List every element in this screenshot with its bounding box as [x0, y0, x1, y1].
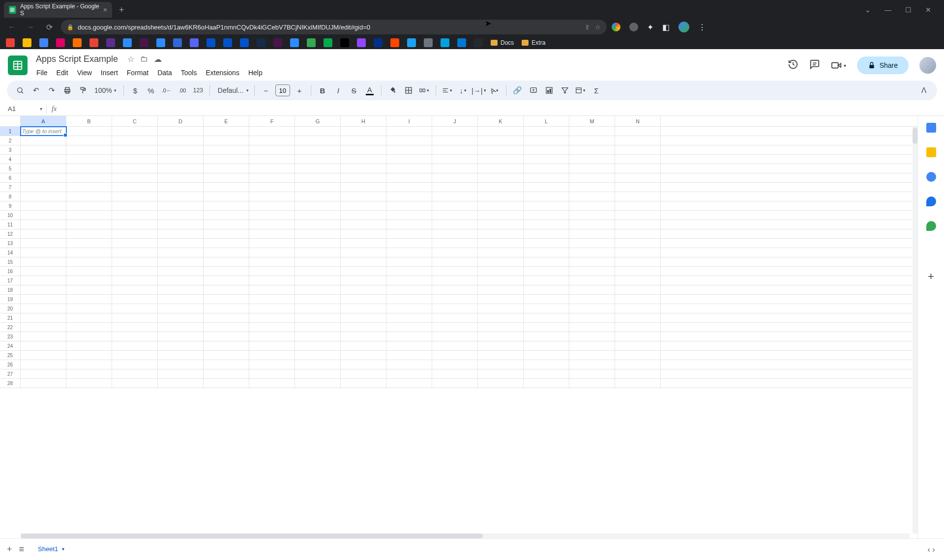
column-header[interactable]: G — [295, 116, 341, 126]
cell[interactable] — [295, 276, 341, 285]
cell[interactable] — [386, 201, 432, 210]
cell[interactable] — [524, 369, 569, 378]
cell[interactable] — [295, 323, 341, 332]
row-header[interactable]: 20 — [0, 304, 21, 313]
cell[interactable] — [569, 192, 615, 201]
cell[interactable] — [295, 192, 341, 201]
cell[interactable] — [66, 295, 112, 304]
cell[interactable] — [386, 173, 432, 182]
cell[interactable] — [295, 379, 341, 388]
bookmark-icon[interactable] — [273, 38, 282, 47]
cell[interactable] — [112, 304, 158, 313]
cell[interactable] — [341, 267, 386, 276]
row-header[interactable]: 17 — [0, 276, 21, 285]
bookmark-icon[interactable] — [457, 38, 466, 47]
cell[interactable] — [524, 360, 569, 369]
cell[interactable] — [386, 276, 432, 285]
cell[interactable] — [524, 267, 569, 276]
cell[interactable] — [569, 313, 615, 322]
cell[interactable] — [432, 239, 478, 248]
cell[interactable] — [386, 192, 432, 201]
increase-decimal-icon[interactable]: .00 — [175, 83, 190, 98]
cell[interactable] — [21, 295, 66, 304]
cell[interactable] — [615, 201, 661, 210]
cell[interactable] — [432, 173, 478, 182]
cell[interactable] — [386, 313, 432, 322]
cell[interactable] — [386, 323, 432, 332]
bookmark-icon[interactable] — [441, 38, 449, 47]
cell[interactable] — [478, 341, 524, 350]
bookmark-icon[interactable] — [357, 38, 366, 47]
cell[interactable] — [295, 360, 341, 369]
cell[interactable] — [615, 332, 661, 341]
name-box[interactable]: A1 ▾ — [0, 105, 46, 112]
cell[interactable] — [386, 285, 432, 294]
cell[interactable] — [341, 332, 386, 341]
cell[interactable] — [158, 313, 204, 322]
font-size-input[interactable] — [275, 84, 290, 96]
cell[interactable] — [524, 183, 569, 192]
row-header[interactable]: 16 — [0, 267, 21, 276]
cell[interactable] — [21, 136, 66, 145]
cell[interactable] — [432, 220, 478, 229]
percent-icon[interactable]: % — [144, 83, 158, 98]
cell[interactable] — [112, 351, 158, 360]
cell[interactable]: Type @ to insert — [21, 127, 66, 136]
cell[interactable] — [158, 369, 204, 378]
bookmark-icon[interactable] — [73, 38, 82, 47]
cell[interactable] — [341, 248, 386, 257]
row-header[interactable]: 27 — [0, 369, 21, 378]
cell[interactable] — [386, 304, 432, 313]
cell[interactable] — [112, 192, 158, 201]
cell[interactable] — [295, 229, 341, 238]
cell[interactable] — [204, 239, 249, 248]
cell[interactable] — [615, 295, 661, 304]
cell[interactable] — [112, 127, 158, 136]
cell[interactable] — [478, 155, 524, 164]
cell[interactable] — [432, 360, 478, 369]
bookmark-icon[interactable] — [156, 38, 165, 47]
cell[interactable] — [386, 267, 432, 276]
cell[interactable] — [615, 313, 661, 322]
cell[interactable] — [524, 341, 569, 350]
maps-icon[interactable] — [926, 221, 936, 231]
row-header[interactable]: 10 — [0, 211, 21, 220]
cell[interactable] — [386, 229, 432, 238]
cell[interactable] — [204, 267, 249, 276]
extension-icon-1[interactable] — [612, 23, 620, 31]
cell[interactable] — [386, 136, 432, 145]
cell[interactable] — [386, 155, 432, 164]
filter-icon[interactable] — [558, 83, 572, 98]
bookmark-icon[interactable] — [257, 38, 266, 47]
cell[interactable] — [295, 332, 341, 341]
cell[interactable] — [66, 145, 112, 154]
cell[interactable] — [432, 201, 478, 210]
cell[interactable] — [432, 351, 478, 360]
chevron-down-icon[interactable]: ▾ — [62, 546, 64, 552]
cell[interactable] — [112, 276, 158, 285]
cell[interactable] — [432, 379, 478, 388]
cell[interactable] — [158, 145, 204, 154]
paint-format-icon[interactable] — [76, 83, 90, 98]
cell[interactable] — [112, 332, 158, 341]
cell[interactable] — [341, 379, 386, 388]
cell[interactable] — [341, 360, 386, 369]
cell[interactable] — [66, 248, 112, 257]
cell[interactable] — [204, 164, 249, 173]
cell[interactable] — [524, 211, 569, 220]
cell[interactable] — [66, 332, 112, 341]
extension-icon-2[interactable] — [629, 23, 638, 31]
cell[interactable] — [158, 341, 204, 350]
cell[interactable] — [204, 351, 249, 360]
cell[interactable] — [432, 369, 478, 378]
cell[interactable] — [524, 248, 569, 257]
cell[interactable] — [204, 127, 249, 136]
chrome-menu-icon[interactable]: ⋮ — [698, 23, 706, 32]
filter-views-icon[interactable] — [573, 83, 588, 98]
bookmark-icon[interactable] — [424, 38, 433, 47]
cell[interactable] — [295, 136, 341, 145]
cell[interactable] — [478, 369, 524, 378]
row-header[interactable]: 12 — [0, 229, 21, 238]
cell[interactable] — [249, 267, 295, 276]
cell[interactable] — [158, 304, 204, 313]
